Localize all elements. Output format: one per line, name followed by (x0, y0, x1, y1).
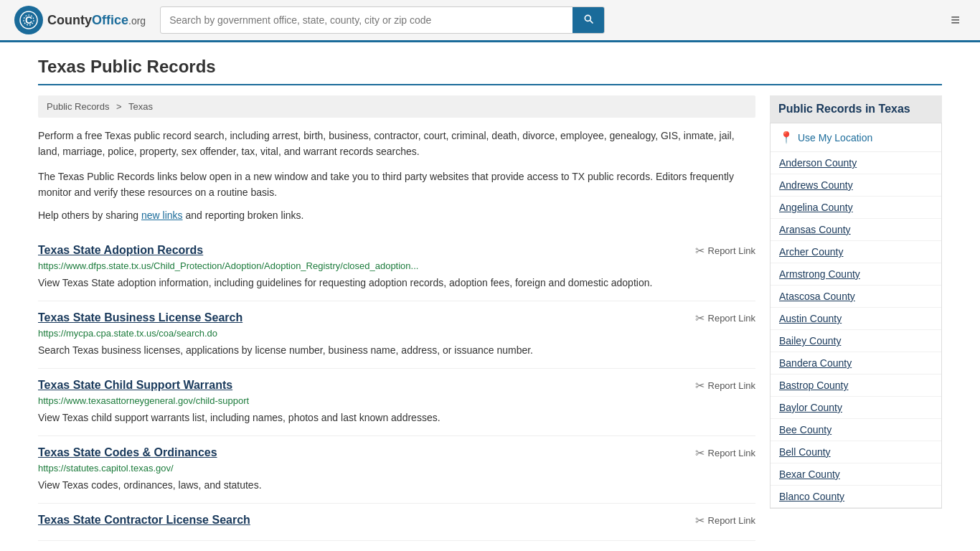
sidebar-box: 📍 Use My Location Anderson CountyAndrews… (770, 123, 942, 509)
record-item: Texas State Contractor License Search ✂ … (38, 504, 755, 541)
report-link[interactable]: ✂ Report Link (695, 514, 755, 527)
report-link-label: Report Link (708, 515, 755, 526)
record-header: Texas State Business License Search ✂ Re… (38, 311, 755, 325)
menu-button[interactable]: ≡ (945, 8, 966, 32)
header-actions: ≡ (945, 8, 966, 32)
logo-link[interactable]: C CountyOffice.org (14, 6, 146, 34)
record-item: Texas State Business License Search ✂ Re… (38, 301, 755, 369)
main-content: Public Records > Texas Perform a free Te… (38, 95, 755, 541)
county-link[interactable]: Bell County (771, 441, 941, 463)
share-text-before: Help others by sharing (38, 209, 141, 221)
report-icon: ✂ (695, 244, 705, 258)
report-icon: ✂ (695, 446, 705, 460)
record-desc: View Texas codes, ordinances, laws, and … (38, 478, 755, 493)
record-item: Texas State Adoption Records ✂ Report Li… (38, 234, 755, 301)
county-link[interactable]: Bandera County (771, 352, 941, 375)
sidebar: Public Records in Texas 📍 Use My Locatio… (770, 95, 942, 541)
report-link[interactable]: ✂ Report Link (695, 446, 755, 460)
county-link[interactable]: Bee County (771, 419, 941, 441)
site-header: C CountyOffice.org ≡ (0, 0, 980, 42)
record-title[interactable]: Texas State Business License Search (38, 311, 242, 324)
report-link[interactable]: ✂ Report Link (695, 379, 755, 392)
record-header: Texas State Adoption Records ✂ Report Li… (38, 244, 755, 258)
breadcrumb: Public Records > Texas (38, 95, 755, 118)
search-input[interactable] (161, 9, 573, 32)
county-link[interactable]: Bastrop County (771, 375, 941, 397)
report-icon: ✂ (695, 514, 705, 527)
record-url[interactable]: https://statutes.capitol.texas.gov/ (38, 463, 755, 474)
report-link[interactable]: ✂ Report Link (695, 311, 755, 325)
county-link[interactable]: Blanco County (771, 486, 941, 508)
county-link[interactable]: Andrews County (771, 174, 941, 197)
record-desc: Search Texas business licenses, applicat… (38, 343, 755, 358)
county-link[interactable]: Armstrong County (771, 263, 941, 286)
page-container: Texas Public Records Public Records > Te… (24, 42, 956, 541)
county-link[interactable]: Bailey County (771, 330, 941, 352)
record-title[interactable]: Texas State Contractor License Search (38, 514, 250, 527)
logo-icon: C (14, 6, 43, 34)
location-pin-icon: 📍 (779, 131, 793, 144)
county-link[interactable]: Angelina County (771, 197, 941, 219)
logo-text: CountyOffice.org (47, 13, 146, 28)
report-link-label: Report Link (708, 245, 755, 256)
record-title[interactable]: Texas State Adoption Records (38, 244, 203, 257)
record-header: Texas State Contractor License Search ✂ … (38, 514, 755, 527)
records-list: Texas State Adoption Records ✂ Report Li… (38, 234, 755, 541)
report-link-label: Report Link (708, 313, 755, 324)
report-link[interactable]: ✂ Report Link (695, 244, 755, 258)
page-title: Texas Public Records (38, 57, 942, 85)
record-title[interactable]: Texas State Child Support Warrants (38, 379, 232, 392)
report-icon: ✂ (695, 311, 705, 325)
county-link[interactable]: Atascosa County (771, 286, 941, 308)
intro-paragraph-2: The Texas Public Records links below ope… (38, 169, 755, 201)
share-text-after: and reporting broken links. (183, 209, 304, 221)
county-link[interactable]: Austin County (771, 308, 941, 330)
county-link[interactable]: Aransas County (771, 219, 941, 241)
search-button[interactable] (573, 7, 604, 33)
county-list: Anderson CountyAndrews CountyAngelina Co… (771, 152, 941, 508)
record-header: Texas State Child Support Warrants ✂ Rep… (38, 379, 755, 392)
use-location-label: Use My Location (798, 132, 872, 143)
record-item: Texas State Codes & Ordinances ✂ Report … (38, 436, 755, 504)
record-desc: View Texas child support warrants list, … (38, 410, 755, 425)
record-url[interactable]: https://mycpa.cpa.state.tx.us/coa/search… (38, 328, 755, 339)
search-bar (160, 6, 605, 34)
share-text: Help others by sharing new links and rep… (38, 209, 755, 221)
report-icon: ✂ (695, 379, 705, 392)
county-link[interactable]: Anderson County (771, 152, 941, 174)
breadcrumb-separator: > (116, 101, 122, 112)
record-title[interactable]: Texas State Codes & Ordinances (38, 446, 217, 459)
breadcrumb-parent-link[interactable]: Public Records (47, 101, 109, 112)
new-links-link[interactable]: new links (141, 209, 183, 221)
sidebar-title: Public Records in Texas (770, 95, 942, 123)
report-link-label: Report Link (708, 380, 755, 391)
breadcrumb-current: Texas (128, 101, 153, 112)
intro-paragraph-1: Perform a free Texas public record searc… (38, 128, 755, 160)
use-my-location[interactable]: 📍 Use My Location (771, 123, 941, 152)
content-layout: Public Records > Texas Perform a free Te… (38, 95, 942, 541)
record-url[interactable]: https://www.dfps.state.tx.us/Child_Prote… (38, 260, 755, 271)
report-link-label: Report Link (708, 448, 755, 458)
county-link[interactable]: Bexar County (771, 463, 941, 486)
county-link[interactable]: Baylor County (771, 397, 941, 419)
record-url[interactable]: https://www.texasattorneygeneral.gov/chi… (38, 395, 755, 406)
record-header: Texas State Codes & Ordinances ✂ Report … (38, 446, 755, 460)
county-link[interactable]: Archer County (771, 241, 941, 263)
record-item: Texas State Child Support Warrants ✂ Rep… (38, 369, 755, 436)
record-desc: View Texas State adoption information, i… (38, 276, 755, 291)
